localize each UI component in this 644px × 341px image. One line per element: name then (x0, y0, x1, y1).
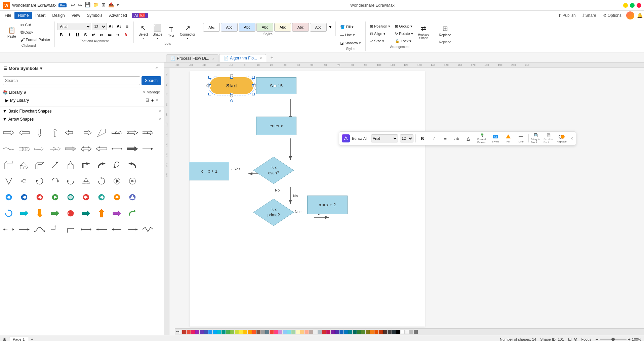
red-arrow-item[interactable] (32, 190, 47, 205)
shape-btn[interactable]: ⬜ Shape ▾ (151, 23, 164, 41)
ft-size-select[interactable]: 12 (400, 134, 413, 142)
my-library-item[interactable]: ▶ My Library ⊟ ＋ × (3, 96, 161, 105)
search-input[interactable] (3, 76, 140, 85)
color-light-blue-dark[interactable] (344, 330, 348, 334)
align-btn[interactable]: ≡ (123, 23, 131, 30)
color-light-green[interactable] (230, 330, 234, 334)
handle-tr[interactable] (252, 76, 255, 79)
conn-left[interactable] (206, 84, 210, 87)
my-lib-grid-btn[interactable]: ⊟ (146, 97, 149, 103)
ft-format-painter-btn[interactable]: Format Painter (477, 133, 488, 144)
canvas-area[interactable]: -50 -40 -30 -20 -10 0 10 20 30 40 50 60 … (164, 62, 644, 335)
color-lime-dark[interactable] (366, 330, 370, 334)
color-blue-grey-dark[interactable] (392, 330, 396, 334)
menu-view[interactable]: View (68, 12, 84, 19)
v-arrow-item[interactable] (1, 174, 16, 188)
shadow-btn[interactable]: ◪ Shadow ▾ (338, 40, 363, 46)
arrow-shapes-section[interactable]: ▼ Arrow Shapes × (0, 115, 164, 123)
color-pink2[interactable] (274, 330, 278, 334)
indent-btn[interactable]: ⇥ (114, 31, 121, 39)
ft-bring-front-btn[interactable]: Bring to Front (531, 133, 541, 144)
zoom-in-btn[interactable]: + (628, 337, 631, 341)
my-lib-add-btn[interactable]: ＋ (150, 97, 155, 103)
connector-btn[interactable]: ↗ Connector ▾ (178, 23, 197, 41)
color-light-green-dark[interactable] (361, 330, 365, 334)
replace-shape-btn[interactable]: ⇄ ReplaceShape (416, 23, 431, 41)
color-red2[interactable] (270, 330, 274, 334)
color-amber-dark[interactable] (370, 330, 374, 334)
orange-down-item[interactable] (32, 206, 47, 221)
color-green-light[interactable] (291, 330, 295, 334)
color-white[interactable] (401, 330, 405, 334)
menu-ai[interactable]: AI hot (132, 13, 148, 18)
tab-process-flow[interactable]: 📄 Process Flow Di... × (166, 54, 218, 62)
color-brown[interactable] (256, 330, 260, 334)
bold-btn[interactable]: B (57, 31, 65, 39)
paste-btn[interactable]: 📋 Paste (5, 23, 18, 41)
conn-bottom[interactable] (230, 94, 233, 97)
tb-icons[interactable]: ↩ ↪ 💾 📁 ⊞ 📤 ▾ (71, 2, 119, 8)
arrow-right-blue-item[interactable] (17, 222, 32, 237)
ft-ab-btn[interactable]: ab (452, 134, 461, 143)
font-increase-btn[interactable]: A↑ (107, 23, 115, 30)
color-deep-orange-light[interactable] (305, 330, 309, 334)
orange-up-item[interactable] (110, 190, 124, 205)
tab-algo-close[interactable]: × (260, 56, 262, 60)
color-deep-orange-dark[interactable] (379, 330, 383, 334)
left-arrow-hollow-item[interactable] (94, 141, 109, 156)
fill-btn[interactable]: 🪣 Fill ▾ (338, 24, 363, 30)
menu-symbols[interactable]: Symbols (84, 12, 106, 19)
color-deep-orange[interactable] (252, 330, 256, 334)
x2-shape[interactable]: x = x + 2 (307, 196, 348, 214)
size-btn[interactable]: ⤢ Size ▾ (368, 38, 392, 44)
zoom-thumb[interactable] (611, 338, 615, 341)
dark-blue-arrow-item[interactable] (17, 190, 32, 205)
basic-flowchart-close[interactable]: × (159, 109, 161, 114)
diagonal-arrow-item[interactable] (48, 158, 63, 172)
focus-label[interactable]: Focus (581, 337, 592, 341)
color-brown-light[interactable] (309, 330, 313, 334)
color-grey-400[interactable] (409, 330, 413, 334)
layout-btn[interactable]: ⊞ (102, 2, 106, 8)
left-arrow-filled-item[interactable] (94, 222, 109, 237)
corner-up-item[interactable] (32, 158, 47, 172)
publish-btn[interactable]: ⬆ Publish (556, 12, 577, 19)
isprime-shape[interactable]: Is x prime? (253, 199, 294, 226)
arrow-down-item[interactable] (32, 125, 47, 140)
style-cell-1[interactable]: Abc (203, 23, 220, 32)
menu-advanced[interactable]: Advanced (106, 12, 130, 19)
right-angle-item[interactable] (48, 222, 63, 237)
blue-circle-arrow-item[interactable] (1, 190, 16, 205)
color-deep-purple-dark[interactable] (335, 330, 339, 334)
color-amber[interactable] (243, 330, 247, 334)
handle-tl[interactable] (208, 76, 211, 79)
zoom-out-btn[interactable]: − (595, 337, 598, 341)
curved-left-item[interactable] (125, 158, 140, 172)
canvas-content[interactable]: Yes No No (169, 68, 644, 335)
color-black[interactable] (396, 330, 400, 334)
underline-btn[interactable]: U (74, 31, 81, 39)
minimize-btn[interactable] (623, 3, 628, 8)
color-cyan[interactable] (217, 330, 221, 334)
style-cell-6[interactable]: Abc (292, 23, 309, 32)
style-cell-3[interactable]: Abc (239, 23, 255, 32)
s15-shape[interactable]: S = 15 (256, 77, 296, 94)
menu-home[interactable]: Home (14, 12, 32, 19)
rotate-arrow-item[interactable] (32, 174, 47, 188)
enterx-shape[interactable]: enter x (256, 117, 296, 135)
color-teal-dark[interactable] (353, 330, 357, 334)
color-cyan-light[interactable] (287, 330, 291, 334)
long-arrow-item[interactable] (140, 141, 155, 156)
curve-right-item[interactable] (94, 158, 109, 172)
handle-br[interactable] (252, 93, 255, 95)
color-blue-dark[interactable] (339, 330, 344, 334)
color-blue-light[interactable] (283, 330, 287, 334)
double-arrow-line-item[interactable] (110, 141, 124, 156)
style-cell-2[interactable]: Abc (221, 23, 238, 32)
right-arrow-filled-item[interactable] (125, 141, 140, 156)
handle-rotate[interactable] (230, 99, 233, 102)
color-cyan-dark[interactable] (348, 330, 352, 334)
export-btn[interactable]: 📤 (108, 2, 114, 8)
color-lime[interactable] (235, 330, 239, 334)
zoom-slider[interactable] (600, 339, 627, 340)
